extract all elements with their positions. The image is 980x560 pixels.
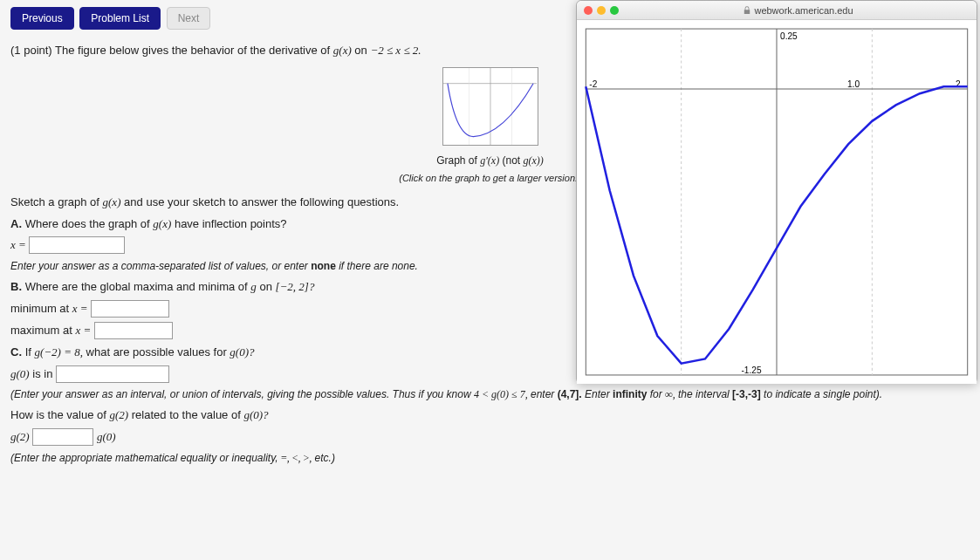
c-cond: g(−2) = 8,	[34, 345, 82, 359]
question-d: How is the value of g(2) related to the …	[10, 406, 970, 425]
d-g0: g(0)?	[243, 408, 268, 421]
a-text2: have inflection points?	[175, 217, 287, 230]
c-g0: g(0)?	[230, 345, 254, 359]
ch6: to indicate a single point).	[764, 388, 882, 400]
previous-button[interactable]: Previous	[10, 7, 74, 30]
graph-area: 0.25 -2 1.0 2 -1.25	[577, 20, 977, 384]
ah-none: none	[311, 260, 336, 272]
ch-single: [-3,-3]	[732, 388, 761, 400]
window-controls[interactable]	[584, 6, 619, 15]
popup-url: webwork.american.edu	[627, 5, 970, 16]
b-int: [−2, 2]?	[276, 280, 315, 293]
relation-input[interactable]	[32, 428, 93, 446]
min-label: minimum at	[10, 302, 69, 315]
ch4: for	[650, 388, 662, 400]
ch-cond: 4 < g(0) ≤ 7,	[474, 388, 528, 400]
origin-label: 1.0	[847, 79, 860, 89]
y-bottom-label: -1.25	[742, 365, 762, 375]
next-button: Next	[167, 7, 211, 30]
large-graph-svg[interactable]: 0.25 -2 1.0 2 -1.25	[582, 25, 971, 379]
b-label: B.	[10, 280, 22, 293]
c-hint: (Enter your answer as an interval, or un…	[10, 386, 970, 403]
problem-list-button[interactable]: Problem List	[79, 7, 161, 30]
b-text: Where are the global maxima and minima o…	[25, 280, 248, 293]
c-if: If	[25, 345, 31, 359]
a-text: Where does the graph of	[25, 217, 150, 230]
ah1: Enter your answer as a comma-separated l…	[10, 260, 308, 272]
a-gx: g(x)	[153, 217, 171, 230]
b-on: on	[259, 280, 271, 293]
c-t2: what are possible values for	[86, 345, 227, 359]
ch-inf: infinity	[613, 388, 647, 400]
maximum-input[interactable]	[94, 322, 173, 339]
a-label: A.	[10, 217, 22, 230]
cap1d: g(x))	[524, 154, 544, 167]
intro-on: on	[354, 44, 367, 57]
max-xeq: x =	[75, 324, 91, 337]
x-left-label: -2	[589, 79, 597, 89]
x-eq-label: x =	[10, 238, 26, 251]
interval-math: −2 ≤ x ≤ 2.	[370, 44, 421, 57]
ch2: enter	[531, 388, 554, 400]
d-g0-2: g(0)	[97, 430, 116, 443]
lock-icon	[744, 6, 750, 15]
ch3: Enter	[585, 388, 610, 400]
minimize-icon[interactable]	[597, 6, 606, 15]
y-top-label: 0.25	[780, 31, 798, 41]
close-icon[interactable]	[584, 6, 593, 15]
small-graph-svg	[443, 68, 538, 145]
inflection-input[interactable]	[29, 236, 125, 254]
maximize-icon[interactable]	[610, 6, 619, 15]
ah2: if there are none.	[339, 260, 418, 272]
c-label: C.	[10, 345, 22, 359]
ch-infsym: ∞,	[665, 388, 675, 400]
b-g: g	[250, 280, 257, 293]
g0-input[interactable]	[56, 365, 169, 383]
graph-popup-window: webwork.american.edu 0.25 -2 1.0 2 -1.25	[576, 0, 977, 384]
dh2: etc.)	[315, 452, 335, 464]
minimum-input[interactable]	[91, 300, 169, 318]
d1: How is the value of	[10, 408, 106, 421]
ch1: (Enter your answer as an interval, or un…	[10, 388, 471, 400]
cap1b: g′(x)	[480, 154, 499, 167]
sketch1: Sketch a graph of	[10, 195, 99, 208]
ch-int: (4,7].	[558, 388, 582, 400]
max-label: maximum at	[10, 324, 72, 337]
d-g2-2: g(2)	[10, 430, 30, 443]
url-text: webwork.american.edu	[754, 5, 853, 16]
isin: is in	[32, 367, 52, 380]
points-label: (1 point)	[10, 44, 52, 57]
d-hint: (Enter the appropriate mathematical equa…	[10, 450, 970, 467]
cap1a: Graph of	[436, 154, 477, 167]
dh-ops: =, <, >,	[281, 452, 312, 464]
intro-text: The figure below gives the behavior of t…	[55, 44, 330, 57]
d2: related to the value of	[132, 408, 241, 421]
small-graph[interactable]	[442, 67, 538, 146]
cap1c: (not	[502, 154, 520, 167]
sketch2: and use your sketch to answer the follow…	[124, 195, 399, 208]
ch5: the interval	[678, 388, 730, 400]
g0-lbl: g(0)	[10, 367, 30, 380]
min-xeq: x =	[72, 302, 88, 315]
popup-titlebar[interactable]: webwork.american.edu	[577, 1, 977, 20]
gx2: g(x)	[103, 195, 121, 208]
d-g2: g(2)	[109, 408, 128, 421]
dh1: (Enter the appropriate mathematical equa…	[10, 452, 278, 464]
gx-math: g(x)	[333, 44, 352, 57]
d-input-row: g(2) g(0)	[10, 428, 970, 447]
